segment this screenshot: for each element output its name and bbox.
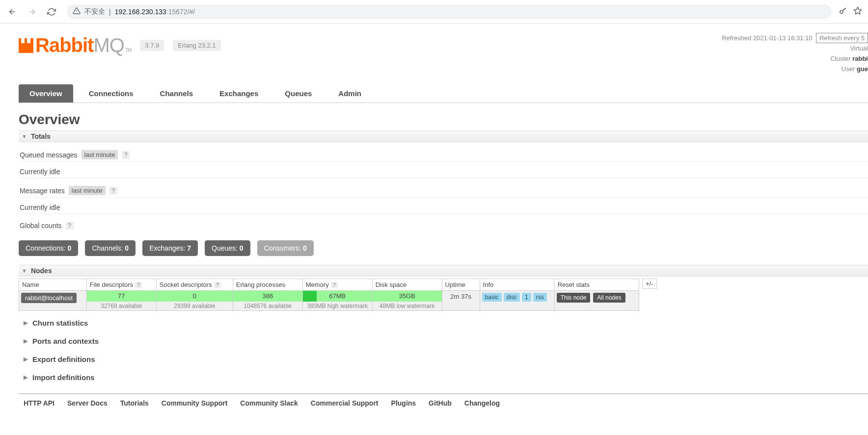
forward-button[interactable]: [24, 3, 40, 20]
refresh-interval-select[interactable]: Refresh every 5: [816, 33, 868, 43]
footer-tutorials[interactable]: Tutorials: [120, 399, 149, 407]
footer-plugins[interactable]: Plugins: [391, 399, 416, 407]
erlang-pill: Erlang 23.2.1: [173, 40, 220, 51]
node-name-badge[interactable]: rabbit@localhost: [21, 293, 77, 303]
section-churn[interactable]: ▶Churn statistics: [19, 311, 868, 329]
th-disk: Disk space: [372, 279, 442, 291]
chrome-actions: [839, 6, 864, 17]
message-rates-row: Message rates last minute ?: [19, 178, 868, 198]
key-icon[interactable]: [839, 6, 847, 17]
warning-icon: [73, 7, 81, 16]
th-uptime: Uptime: [442, 279, 480, 291]
main-tabs: Overview Connections Channels Exchanges …: [19, 84, 868, 103]
section-nodes-label: Nodes: [31, 267, 52, 275]
info-tag-basic[interactable]: basic: [482, 293, 502, 302]
th-sd: Socket descriptors?: [156, 279, 233, 291]
rates-label: Message rates: [20, 187, 65, 195]
chevron-down-icon: ▼: [22, 268, 27, 274]
queued-messages-row: Queued messages last minute ?: [19, 142, 868, 162]
section-totals[interactable]: ▼ Totals: [19, 130, 868, 142]
user-label: User: [841, 65, 855, 73]
cell-info: basic disc 1 rss: [480, 291, 554, 311]
th-reset: Reset stats: [554, 279, 639, 291]
global-help-icon[interactable]: ?: [66, 222, 74, 230]
header-row: RabbitMQTM 3.7.9 Erlang 23.2.1 Refreshed…: [19, 24, 868, 76]
star-icon[interactable]: [853, 6, 862, 17]
cell-ep: 386 1048576 available: [233, 291, 302, 311]
url-bar[interactable]: 不安全 | 192.168.230.133:15672/#/: [67, 4, 832, 19]
count-channels[interactable]: Channels: 0: [85, 240, 136, 256]
rabbitmq-logo: RabbitMQTM: [19, 34, 131, 56]
nodes-wrap: Name File descriptors? Socket descriptor…: [19, 279, 868, 311]
nodes-header-row: Name File descriptors? Socket descriptor…: [19, 279, 639, 291]
count-consumers[interactable]: Consumers: 0: [257, 240, 314, 256]
tab-admin[interactable]: Admin: [327, 84, 372, 102]
reset-this-node-button[interactable]: This node: [557, 293, 591, 303]
cell-uptime: 2m 37s: [442, 291, 480, 311]
reset-all-nodes-button[interactable]: All nodes: [593, 293, 625, 303]
rates-idle: Currently idle: [19, 198, 868, 214]
mem-help-icon[interactable]: ?: [331, 282, 338, 288]
footer-server-docs[interactable]: Server Docs: [67, 399, 108, 407]
rates-help-icon[interactable]: ?: [109, 187, 117, 195]
global-label: Global counts: [20, 222, 62, 230]
tab-exchanges[interactable]: Exchanges: [209, 84, 269, 102]
section-import[interactable]: ▶Import definitions: [19, 365, 868, 384]
section-export[interactable]: ▶Export definitions: [19, 347, 868, 365]
virtual-label: Virtual: [850, 45, 868, 52]
global-counts: Connections: 0 Channels: 0 Exchanges: 7 …: [19, 240, 868, 256]
footer-http-api[interactable]: HTTP API: [24, 399, 54, 407]
chevron-down-icon: ▼: [22, 133, 27, 139]
queued-idle: Currently idle: [19, 162, 868, 178]
count-connections[interactable]: Connections: 0: [19, 240, 78, 256]
footer-changelog[interactable]: Changelog: [464, 399, 500, 407]
section-totals-label: Totals: [31, 132, 51, 140]
tab-overview[interactable]: Overview: [19, 84, 73, 102]
columns-toggle[interactable]: +/-: [642, 279, 657, 289]
count-queues[interactable]: Queues: 0: [205, 240, 250, 256]
info-tag-disc[interactable]: disc: [504, 293, 520, 302]
footer-commercial-support[interactable]: Commercial Support: [311, 399, 379, 407]
cell-disk: 35GB 48MB low watermark: [372, 291, 442, 311]
refreshed-time: 2021-01-13 16:31:10: [753, 34, 813, 42]
section-nodes[interactable]: ▼ Nodes: [19, 265, 868, 277]
th-ep: Erlang processes: [233, 279, 302, 291]
chevron-right-icon: ▶: [24, 338, 27, 344]
fd-help-icon[interactable]: ?: [135, 282, 142, 288]
queued-label: Queued messages: [20, 151, 78, 159]
chevron-right-icon: ▶: [24, 374, 27, 381]
footer-community-slack[interactable]: Community Slack: [240, 399, 298, 407]
th-info: Info: [480, 279, 554, 291]
logo-mark-icon: [19, 38, 33, 53]
browser-chrome: 不安全 | 192.168.230.133:15672/#/: [0, 0, 868, 24]
chevron-right-icon: ▶: [24, 356, 27, 362]
svg-point-0: [840, 10, 843, 13]
back-button[interactable]: [4, 3, 21, 20]
cluster-label: Cluster: [830, 55, 850, 62]
info-tag-1[interactable]: 1: [522, 293, 531, 302]
cell-name: rabbit@localhost: [19, 291, 87, 311]
tab-channels[interactable]: Channels: [149, 84, 204, 102]
tab-connections[interactable]: Connections: [78, 84, 144, 102]
info-tag-rss[interactable]: rss: [533, 293, 547, 302]
footer-links: HTTP API Server Docs Tutorials Community…: [19, 397, 868, 409]
section-ports[interactable]: ▶Ports and contexts: [19, 329, 868, 347]
rates-range-chip[interactable]: last minute: [69, 186, 106, 195]
queued-help-icon[interactable]: ?: [122, 151, 130, 159]
refreshed-label: Refreshed: [722, 34, 751, 42]
svg-marker-1: [854, 7, 862, 14]
footer-separator: [19, 393, 868, 394]
url-text: 192.168.230.133:15672/#/: [115, 8, 195, 16]
logo-col: RabbitMQTM 3.7.9 Erlang 23.2.1: [19, 34, 221, 56]
node-row: rabbit@localhost 77 32768 available 0 29…: [19, 291, 639, 311]
page-title: Overview: [19, 112, 868, 128]
footer-github[interactable]: GitHub: [429, 399, 452, 407]
reload-button[interactable]: [43, 3, 60, 20]
cell-reset: This node All nodes: [554, 291, 639, 311]
queued-range-chip[interactable]: last minute: [81, 150, 118, 159]
footer-community-support[interactable]: Community Support: [162, 399, 228, 407]
sd-help-icon[interactable]: ?: [214, 282, 221, 288]
cell-fd: 77 32768 available: [86, 291, 156, 311]
count-exchanges[interactable]: Exchanges: 7: [142, 240, 198, 256]
tab-queues[interactable]: Queues: [274, 84, 323, 102]
